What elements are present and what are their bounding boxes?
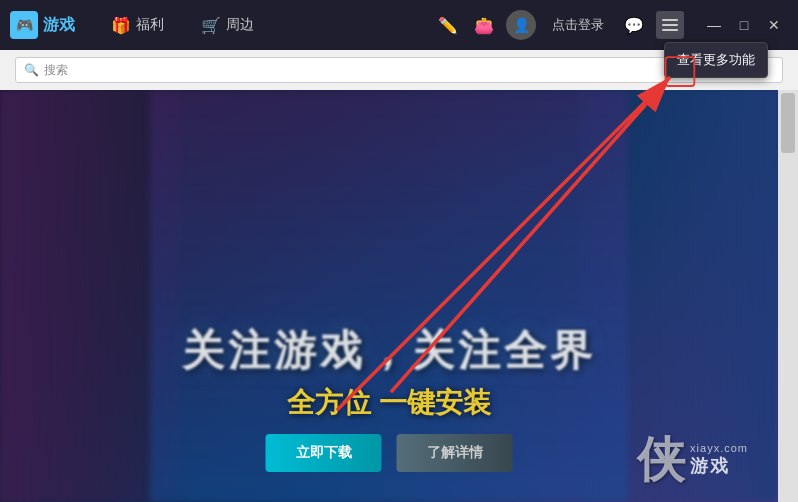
watermark-brand: 游戏 — [690, 454, 730, 478]
login-button[interactable]: 点击登录 — [544, 12, 612, 38]
tooltip-popup: 查看更多功能 — [664, 42, 768, 78]
hamburger-menu-button[interactable] — [656, 11, 684, 39]
cart-icon: 🛒 — [201, 16, 221, 35]
banner-background: 关注游戏，关注全界 全方位 一键安装 立即下载 了解详情 侠 xiayx.com… — [0, 90, 778, 502]
maximize-button[interactable]: □ — [730, 11, 758, 39]
banner-secondary-button[interactable]: 了解详情 — [397, 434, 513, 472]
watermark-site: xiayx.com — [690, 442, 748, 454]
search-placeholder: 搜索 — [44, 62, 68, 79]
hamburger-line-2 — [662, 24, 678, 26]
banner-sub-text: 全方位 一键安装 — [182, 384, 596, 422]
search-icon: 🔍 — [24, 63, 39, 77]
nav-logo[interactable]: 🎮 游戏 — [10, 11, 75, 39]
user-avatar[interactable]: 👤 — [506, 10, 536, 40]
tooltip-text: 查看更多功能 — [677, 52, 755, 67]
edit-icon-btn[interactable]: ✏️ — [434, 11, 462, 39]
hamburger-icon — [657, 14, 683, 36]
banner-text-container: 关注游戏，关注全界 全方位 一键安装 — [182, 323, 596, 422]
banner-main-text: 关注游戏，关注全界 — [182, 323, 596, 379]
main-content: 🔍 搜索 关注游戏，关注全界 全方位 一键安装 立即下载 了解详情 侠 — [0, 50, 798, 502]
watermark-right: xiayx.com 游戏 — [690, 442, 748, 478]
close-button[interactable]: ✕ — [760, 11, 788, 39]
gamepad-icon: 🎮 — [10, 11, 38, 39]
message-icon-btn[interactable]: 💬 — [620, 11, 648, 39]
nav-fulli-label: 福利 — [136, 16, 164, 34]
watermark: 侠 xiayx.com 游戏 — [637, 428, 748, 492]
nav-items: 🎁 福利 🛒 周边 — [95, 8, 434, 43]
nav-item-zhoubian[interactable]: 🛒 周边 — [185, 8, 270, 43]
avatar-placeholder: 👤 — [513, 17, 530, 33]
scrollbar-thumb[interactable] — [781, 93, 795, 153]
minimize-button[interactable]: — — [700, 11, 728, 39]
logo-text: 游戏 — [43, 15, 75, 36]
gift-icon: 🎁 — [111, 16, 131, 35]
nav-right: ✏️ 👛 👤 点击登录 💬 — □ ✕ — [434, 10, 788, 40]
wallet-icon-btn[interactable]: 👛 — [470, 11, 498, 39]
banner-buttons: 立即下载 了解详情 — [266, 434, 513, 472]
banner-area: 关注游戏，关注全界 全方位 一键安装 立即下载 了解详情 侠 xiayx.com… — [0, 90, 778, 502]
hamburger-line-1 — [662, 19, 678, 21]
watermark-char: 侠 — [637, 428, 685, 492]
scrollbar-track[interactable] — [778, 90, 798, 502]
nav-item-fulli[interactable]: 🎁 福利 — [95, 8, 180, 43]
nav-zhoubian-label: 周边 — [226, 16, 254, 34]
hamburger-line-3 — [662, 29, 678, 31]
banner-primary-button[interactable]: 立即下载 — [266, 434, 382, 472]
window-controls: — □ ✕ — [700, 11, 788, 39]
